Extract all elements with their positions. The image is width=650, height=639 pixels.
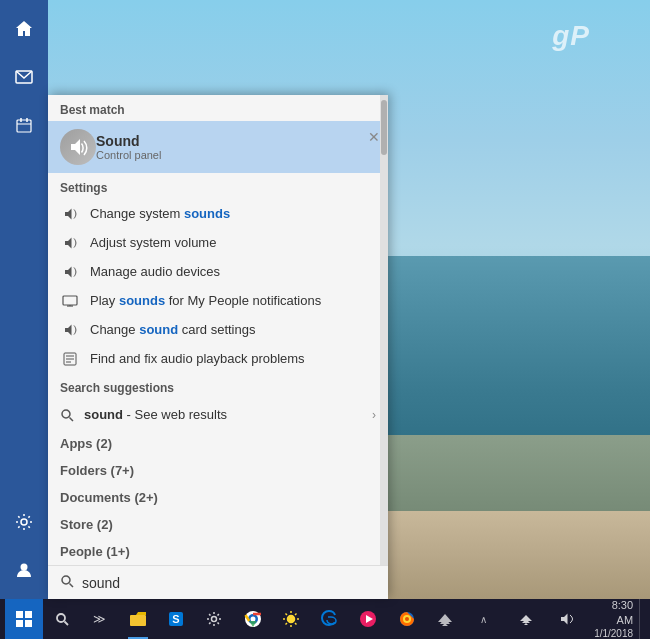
speaker-icon-2: [60, 236, 80, 250]
start-menu: Best match Sound Control panel ✕ Setting…: [48, 95, 388, 599]
start-button[interactable]: [5, 599, 43, 639]
svg-point-18: [57, 614, 65, 622]
taskbar-file-explorer[interactable]: [118, 599, 156, 639]
svg-rect-1: [17, 120, 31, 132]
item-text-1: Change system sounds: [90, 206, 230, 221]
settings-item-my-people[interactable]: Play sounds for My People notifications: [48, 286, 388, 315]
taskbar-settings[interactable]: [195, 599, 233, 639]
monitor-icon: [60, 295, 80, 307]
best-match-subtitle: Control panel: [96, 149, 161, 161]
speaker-icon-1: [60, 207, 80, 221]
category-folders[interactable]: Folders (7+): [48, 457, 388, 484]
taskbar-firefox[interactable]: [387, 599, 425, 639]
task-view-button[interactable]: ≫: [80, 599, 118, 639]
speaker-icon-3: [60, 265, 80, 279]
taskbar: ≫ S ∧ 8:30 AM 1/1/2018: [0, 599, 650, 639]
system-date: 1/1/2018: [593, 627, 633, 639]
search-suggestions-label: Search suggestions: [48, 373, 388, 399]
close-button[interactable]: ✕: [368, 129, 380, 145]
speaker-icon-4: [60, 323, 80, 337]
svg-line-35: [286, 623, 288, 625]
search-bar-icon: [60, 574, 74, 591]
category-store[interactable]: Store (2): [48, 511, 388, 538]
settings-label: Settings: [48, 173, 388, 199]
svg-point-27: [288, 616, 295, 623]
svg-point-14: [62, 410, 70, 418]
category-apps[interactable]: Apps (2): [48, 430, 388, 457]
taskbar-chevron[interactable]: ∧: [464, 599, 504, 639]
item-text-6: Find and fix audio playback problems: [90, 351, 305, 366]
taskbar-volume[interactable]: [547, 599, 587, 639]
wrench-icon: [60, 352, 80, 366]
svg-point-26: [250, 617, 255, 622]
menu-wrapper: Best match Sound Control panel ✕ Setting…: [48, 95, 388, 565]
item-text-2: Adjust system volume: [90, 235, 216, 250]
taskbar-store[interactable]: S: [157, 599, 195, 639]
svg-point-5: [21, 519, 27, 525]
sidebar-item-settings[interactable]: [0, 498, 48, 546]
sidebar-item-mail[interactable]: [0, 53, 48, 101]
sound-icon-circle: [60, 129, 96, 165]
best-match-label: Best match: [48, 95, 388, 121]
chevron-right-icon: ›: [372, 408, 376, 422]
category-people[interactable]: People (1+): [48, 538, 388, 565]
settings-item-adjust-volume[interactable]: Adjust system volume: [48, 228, 388, 257]
best-match-item[interactable]: Sound Control panel ✕: [48, 121, 388, 173]
settings-item-fix-audio[interactable]: Find and fix audio playback problems: [48, 344, 388, 373]
taskbar-chrome[interactable]: [234, 599, 272, 639]
category-documents[interactable]: Documents (2+): [48, 484, 388, 511]
svg-line-34: [295, 614, 297, 616]
scrollbar-thumb[interactable]: [381, 100, 387, 155]
svg-line-19: [64, 622, 68, 626]
svg-line-32: [286, 614, 288, 616]
windows-logo-icon: [16, 611, 32, 627]
taskbar-network-status[interactable]: [506, 599, 546, 639]
taskbar-show-desktop[interactable]: [639, 599, 645, 639]
svg-point-23: [212, 617, 217, 622]
search-suggestion-item[interactable]: sound - See web results ›: [48, 399, 388, 430]
sidebar-item-home[interactable]: [0, 5, 48, 53]
sidebar-item-people[interactable]: [0, 546, 48, 594]
taskbar-search-button[interactable]: [43, 600, 80, 638]
settings-item-manage-audio[interactable]: Manage audio devices: [48, 257, 388, 286]
item-text-4: Play sounds for My People notifications: [90, 293, 321, 308]
svg-line-33: [295, 623, 297, 625]
svg-line-17: [70, 584, 74, 588]
taskbar-brightness[interactable]: [272, 599, 310, 639]
svg-point-40: [405, 617, 409, 621]
svg-text:S: S: [172, 613, 179, 625]
taskbar-network[interactable]: [426, 599, 464, 639]
menu-content[interactable]: Best match Sound Control panel ✕ Setting…: [48, 95, 388, 565]
taskbar-right: ∧ 8:30 AM 1/1/2018: [464, 598, 645, 639]
taskbar-media[interactable]: [349, 599, 387, 639]
gp-watermark: gP: [552, 20, 590, 52]
search-input[interactable]: sound: [82, 575, 376, 591]
system-time: 8:30 AM: [593, 598, 633, 627]
settings-item-sound-card[interactable]: Change sound card settings: [48, 315, 388, 344]
scrollbar-track: [380, 95, 388, 565]
search-bar: sound: [48, 565, 388, 599]
sidebar-bottom: [0, 498, 48, 594]
settings-item-change-sounds[interactable]: Change system sounds: [48, 199, 388, 228]
item-text-3: Manage audio devices: [90, 264, 220, 279]
best-match-text: Sound Control panel: [96, 133, 161, 161]
svg-rect-7: [63, 296, 77, 305]
item-text-5: Change sound card settings: [90, 322, 255, 337]
svg-point-6: [21, 564, 28, 571]
svg-rect-20: [130, 615, 146, 626]
svg-line-15: [70, 417, 74, 421]
taskbar-clock[interactable]: 8:30 AM 1/1/2018: [589, 598, 637, 639]
taskbar-edge[interactable]: [310, 599, 348, 639]
sidebar: [0, 0, 48, 599]
sidebar-item-calendar[interactable]: [0, 101, 48, 149]
suggestion-text: sound - See web results: [84, 407, 227, 422]
svg-point-16: [62, 576, 70, 584]
best-match-title: Sound: [96, 133, 161, 149]
